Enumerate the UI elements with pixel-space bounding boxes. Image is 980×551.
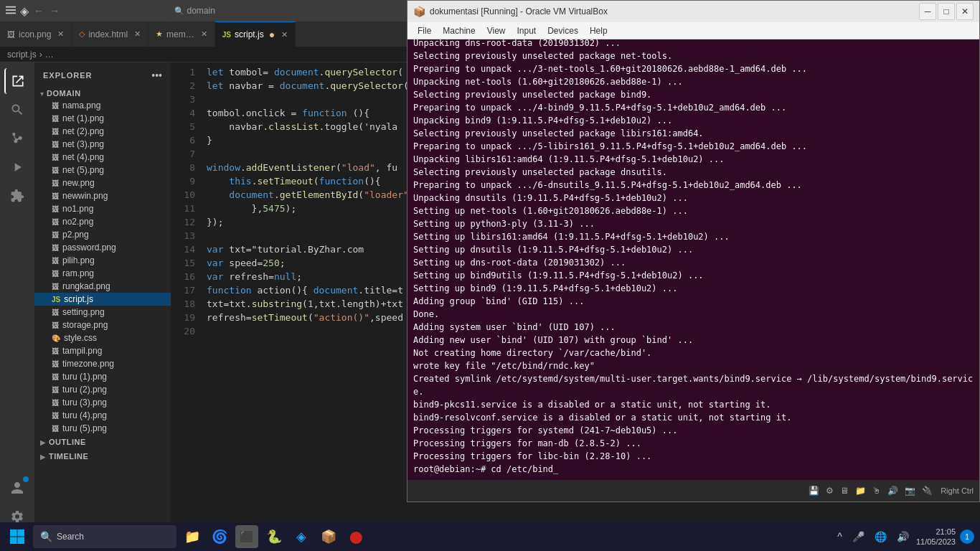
taskbar-app-vscode[interactable]: ◈: [290, 525, 313, 548]
file-item-new-png[interactable]: 🖼new.png: [34, 176, 171, 189]
code-editor[interactable]: 1234567891011121314151617181920 let tomb…: [171, 62, 407, 535]
breadcrumb-file[interactable]: script.js: [7, 50, 37, 60]
file-item-password-png[interactable]: 🖼password.png: [34, 241, 171, 254]
file-name-label: turu (5).png: [62, 423, 107, 433]
vbox-menu-file[interactable]: File: [412, 22, 437, 39]
systray-mic[interactable]: 🎤: [849, 529, 867, 544]
taskbar-search-icon: 🔍: [40, 531, 52, 542]
file-type-icon: 🖼: [52, 399, 59, 407]
terminal-line: Selecting previously unselected package …: [413, 127, 974, 140]
file-item-net--3--png[interactable]: 🖼net (3).png: [34, 138, 171, 151]
file-list: 🖼nama.png🖼net (1).png🖼net (2).png🖼net (3…: [34, 99, 171, 435]
tab-close-icon3[interactable]: ✕: [201, 29, 207, 39]
terminal-line: Created symlink /etc/systemd/system/mult…: [413, 372, 974, 398]
taskbar-app-terminal2[interactable]: ⬛: [235, 525, 258, 548]
timeline-section[interactable]: ▶ TIMELINE: [34, 449, 171, 463]
tab-icon-png[interactable]: 🖼 icon.png ✕: [0, 22, 72, 47]
vbox-minimize-button[interactable]: ─: [919, 3, 936, 20]
vbox-menu-machine[interactable]: Machine: [437, 22, 481, 39]
tab-close-icon4[interactable]: ✕: [281, 30, 288, 39]
taskbar-app-vbox[interactable]: 📦: [317, 525, 340, 548]
file-item-timezone-png[interactable]: 🖼timezone.png: [34, 357, 171, 370]
sidebar-more-button[interactable]: •••: [151, 70, 162, 81]
titlebar-search[interactable]: domain: [187, 6, 215, 16]
file-item-script-js[interactable]: JSscript.js: [34, 293, 171, 306]
vbox-menu-view[interactable]: View: [481, 22, 512, 39]
file-item-net--5--png[interactable]: 🖼net (5).png: [34, 164, 171, 176]
activity-source-control[interactable]: [4, 126, 30, 151]
file-item-tampil-png[interactable]: 🖼tampil.png: [34, 344, 171, 357]
file-name-label: storage.png: [62, 320, 108, 330]
file-item-net--1--png[interactable]: 🖼net (1).png: [34, 112, 171, 125]
line-number-12: 12: [171, 215, 195, 229]
taskbar-search[interactable]: 🔍 Search: [33, 525, 176, 548]
folder-domain[interactable]: ▾ DOMAIN: [34, 88, 171, 99]
folder-arrow-icon: ▾: [40, 90, 44, 98]
file-type-icon: 🖼: [52, 102, 59, 110]
file-item-turu--2--png[interactable]: 🖼turu (2).png: [34, 383, 171, 396]
vbox-bottombar: 💾 ⚙ 🖥 📁 🖱 🔊 📷 🔌 Right Ctrl: [407, 480, 979, 501]
terminal-output[interactable]: Preparing to unpack .../2-dns-root-data_…: [407, 39, 979, 480]
outline-section[interactable]: ▶ OUTLINE: [34, 435, 171, 449]
vbox-menu-help[interactable]: Help: [584, 22, 613, 39]
file-type-icon: 🖼: [52, 231, 59, 239]
vbox-maximize-button[interactable]: □: [938, 3, 955, 20]
file-item-no2-png[interactable]: 🖼no2.png: [34, 215, 171, 228]
file-item-setting-png[interactable]: 🖼setting.png: [34, 306, 171, 319]
tab-close-icon[interactable]: ✕: [57, 29, 64, 39]
code-content[interactable]: let tombol= document.querySelector(let n…: [199, 62, 407, 535]
vbox-controls: ─ □ ✕: [918, 3, 974, 20]
code-line-12: });: [207, 215, 407, 229]
activity-explorer[interactable]: [4, 68, 30, 94]
file-item-net--2--png[interactable]: 🖼net (2).png: [34, 125, 171, 138]
file-item-turu--1--png[interactable]: 🖼turu (1).png: [34, 370, 171, 383]
code-line-15: var speed=250;: [207, 256, 407, 270]
line-number-5: 5: [171, 120, 195, 133]
activity-account[interactable]: [4, 475, 30, 501]
file-item-style-css[interactable]: 🎨style.css: [34, 331, 171, 344]
activity-search[interactable]: [4, 97, 30, 123]
activity-run[interactable]: [4, 154, 30, 180]
systray-globe[interactable]: 🌐: [872, 529, 890, 544]
file-item-turu--4--png[interactable]: 🖼turu (4).png: [34, 409, 171, 422]
file-item-storage-png[interactable]: 🖼storage.png: [34, 319, 171, 331]
tab-script-js[interactable]: JS script.js ● ✕: [215, 22, 296, 47]
file-type-icon: 🖼: [52, 166, 59, 174]
tab-index-html[interactable]: ◇ index.html ✕: [72, 22, 149, 47]
vbox-menu-devices[interactable]: Devices: [542, 22, 584, 39]
file-item-p2-png[interactable]: 🖼p2.png: [34, 228, 171, 241]
back-button[interactable]: ←: [33, 5, 44, 17]
file-item-rungkad-png[interactable]: 🖼rungkad.png: [34, 280, 171, 293]
vbox-title: dokumentasi [Running] - Oracle VM Virtua…: [430, 6, 913, 17]
file-item-newwin-png[interactable]: 🖼newwin.png: [34, 189, 171, 202]
file-item-net--4--png[interactable]: 🖼net (4).png: [34, 151, 171, 164]
file-item-no1-png[interactable]: 🖼no1.png: [34, 202, 171, 215]
vbox-close-button[interactable]: ✕: [956, 3, 974, 20]
breadcrumb-symbol[interactable]: …: [45, 50, 54, 60]
taskbar-app-python[interactable]: 🐍: [263, 525, 286, 548]
line-number-3: 3: [171, 93, 195, 106]
taskbar-clock[interactable]: 21:05 11/05/2023: [916, 527, 956, 547]
taskbar-app-wine[interactable]: ⬤: [344, 525, 367, 548]
file-item-nama-png[interactable]: 🖼nama.png: [34, 99, 171, 112]
taskbar-app-browser[interactable]: 🌀: [208, 525, 231, 548]
taskbar-app-files[interactable]: 📁: [181, 525, 204, 548]
file-item-turu--3--png[interactable]: 🖼turu (3).png: [34, 396, 171, 409]
terminal-line: Adding system user `bind' (UID 107) ...: [413, 321, 974, 334]
systray-speaker[interactable]: 🔊: [894, 529, 912, 544]
activity-extensions[interactable]: [4, 183, 30, 209]
systray-chevron[interactable]: ^: [834, 529, 845, 544]
code-area[interactable]: 1234567891011121314151617181920 let tomb…: [171, 62, 407, 535]
file-item-ram-png[interactable]: 🖼ram.png: [34, 267, 171, 280]
start-button[interactable]: [6, 525, 29, 548]
file-item-pilih-png[interactable]: 🖼pilih.png: [34, 254, 171, 267]
hamburger-icon[interactable]: [6, 5, 16, 17]
tab-mem[interactable]: ★ mem… ✕: [149, 22, 215, 47]
notification-badge[interactable]: 1: [960, 529, 974, 544]
file-item-turu--5--png[interactable]: 🖼turu (5).png: [34, 422, 171, 435]
vbox-menu-input[interactable]: Input: [512, 22, 542, 39]
file-name-label: net (4).png: [62, 152, 104, 162]
vbox-status-icon-2: ⚙: [824, 486, 836, 496]
tab-close-icon2[interactable]: ✕: [134, 29, 141, 39]
forward-button[interactable]: →: [49, 5, 60, 17]
